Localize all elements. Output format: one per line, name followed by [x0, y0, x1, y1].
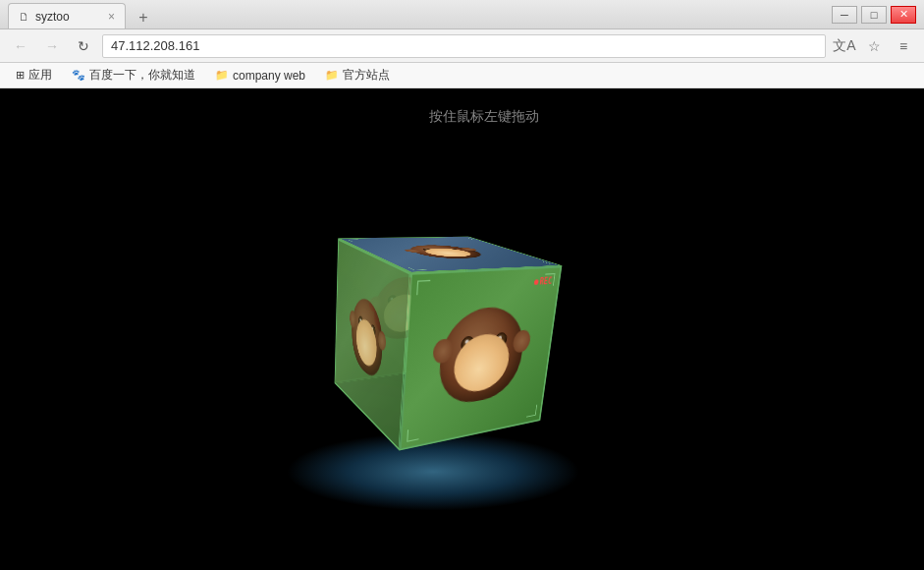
apps-icon: ⊞: [16, 69, 25, 82]
ear-left-t: [402, 249, 423, 253]
url-input[interactable]: [102, 34, 826, 58]
active-tab[interactable]: 🗋 syztoo ×: [8, 3, 126, 28]
corner-tl-t: [347, 239, 362, 241]
bookmarks-bar: ⊞ 应用 🐾 百度一下，你就知道 📁 company web 📁 官方站点: [0, 63, 924, 88]
back-button[interactable]: ←: [8, 33, 33, 59]
official-site-folder-icon: 📁: [325, 69, 339, 82]
close-button[interactable]: ✕: [891, 6, 916, 24]
tab-close-button[interactable]: ×: [108, 10, 115, 24]
new-tab-button[interactable]: +: [130, 7, 157, 28]
company-web-folder-icon: 📁: [215, 69, 229, 82]
menu-button[interactable]: ≡: [891, 33, 916, 59]
address-bar: ← → ↻ 文A ☆ ≡: [0, 29, 924, 63]
cube-container[interactable]: REC: [321, 211, 557, 447]
bookmark-baidu[interactable]: 🐾 百度一下，你就知道: [64, 65, 203, 86]
monkey-face-left: [335, 241, 408, 448]
baidu-icon: 🐾: [72, 69, 85, 82]
corner-tr-t: [458, 238, 472, 240]
monkey-head-top: [399, 245, 493, 259]
monkey-muzzle: [451, 331, 511, 395]
monkey-face-front: REC: [401, 267, 560, 448]
rec-text: REC: [539, 276, 553, 286]
monkey-head-front: [436, 305, 527, 409]
webpage-content[interactable]: 按住鼠标左键拖动: [0, 88, 924, 570]
bookmark-official-site[interactable]: 📁 官方站点: [317, 65, 398, 86]
bookmark-company-web[interactable]: 📁 company web: [207, 65, 313, 86]
tab-title: syztoo: [35, 10, 70, 24]
ear-right-l: [377, 329, 386, 353]
monkey-muzzle-l: [355, 314, 377, 373]
cube-face-front: REC: [399, 265, 562, 450]
monkey-cube[interactable]: REC: [362, 250, 510, 413]
address-actions: 文A ☆ ≡: [832, 33, 916, 59]
translate-button[interactable]: 文A: [832, 33, 857, 59]
bookmark-apps-label: 应用: [28, 67, 52, 84]
ear-left: [432, 338, 454, 365]
corner-tl: [416, 280, 430, 295]
bookmark-star-button[interactable]: ☆: [861, 33, 887, 59]
bookmark-apps[interactable]: ⊞ 应用: [8, 65, 60, 86]
corner-bl: [407, 428, 419, 442]
corner-br-t: [533, 261, 551, 264]
monkey-head-left: [351, 291, 384, 386]
corner-bl-t: [407, 266, 426, 270]
rec-dot: [533, 279, 538, 285]
cube-face-left: [334, 238, 409, 450]
minimize-button[interactable]: ─: [832, 6, 857, 24]
bookmark-company-web-label: company web: [233, 69, 305, 83]
ear-right: [512, 329, 531, 354]
corner-br: [526, 405, 537, 418]
title-bar: 🗋 syztoo × + ─ □ ✕: [0, 0, 924, 29]
bookmark-baidu-label: 百度一下，你就知道: [89, 67, 195, 84]
rec-indicator-front: REC: [532, 276, 552, 287]
tab-area: 🗋 syztoo × +: [8, 0, 832, 28]
tab-page-icon: 🗋: [19, 11, 29, 23]
forward-button[interactable]: →: [39, 33, 65, 59]
instruction-text: 按住鼠标左键拖动: [429, 108, 539, 126]
window-controls: ─ □ ✕: [832, 6, 916, 24]
bookmark-official-site-label: 官方站点: [343, 67, 390, 84]
maximize-button[interactable]: □: [861, 6, 887, 24]
ear-left-l: [349, 309, 355, 330]
reload-button[interactable]: ↻: [71, 33, 96, 59]
